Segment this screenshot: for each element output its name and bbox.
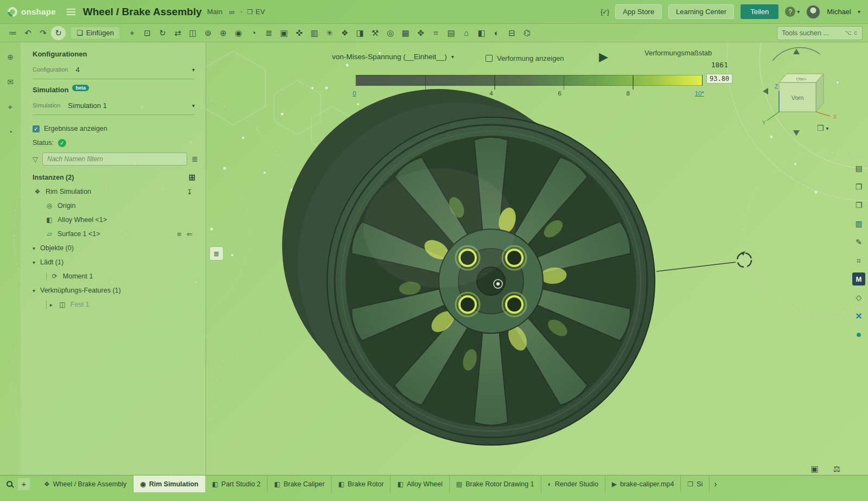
share-button[interactable]: Teilen — [741, 4, 778, 19]
tool-search-input[interactable]: Tools suchen ... ⌥ c — [777, 26, 863, 40]
chevron-right-icon[interactable]: ▸ — [50, 302, 58, 308]
show-deformation-checkbox[interactable]: Verformung anzeigen — [486, 54, 564, 62]
comments-icon[interactable]: ✉ — [3, 75, 18, 89]
stress-legend-bar[interactable] — [355, 75, 703, 86]
x-export-app-icon[interactable]: ✕ — [852, 309, 865, 322]
app-store-button[interactable]: App Store — [615, 4, 662, 19]
mates-panel-icon[interactable]: ⌖ — [3, 100, 18, 114]
measure-icon[interactable]: ⌬ — [520, 26, 534, 40]
view-cube[interactable]: Oben Vorn Z Y X — [762, 48, 837, 136]
model-tree-panel-icon[interactable]: ▤ — [852, 162, 865, 175]
onshape-logo-text[interactable]: onshape — [21, 7, 56, 16]
tab-part-studio-2[interactable]: ◧Part Studio 2 — [206, 475, 268, 492]
sheet-metal-table-icon[interactable]: ▣ — [807, 462, 822, 476]
view-options-button[interactable]: ❒ ▾ — [817, 124, 829, 132]
tree-item-rim-simulation[interactable]: ❖ Rim Simulation ↧ — [33, 185, 198, 199]
pin-slot-mate-icon[interactable]: ⊕ — [216, 26, 231, 40]
model-viewport[interactable]: Oben Vorn Z Y X — [206, 42, 868, 475]
versions-panel-icon[interactable]: ❒ — [852, 199, 865, 212]
planar-mate-icon[interactable]: ◫ — [186, 26, 200, 40]
chevron-down-icon[interactable]: ▾ — [33, 259, 40, 265]
export-panel-icon[interactable]: ❐ — [852, 180, 865, 193]
user-avatar[interactable] — [806, 5, 820, 19]
filter-icon[interactable]: ▽ — [33, 155, 38, 163]
tab-brake-caliper-video[interactable]: ▶brake-caliper.mp4 — [605, 475, 681, 492]
tree-item-fest-1[interactable]: │ ▸ ◫ Fest 1 — [33, 297, 198, 312]
tab-wheel-brake-assembly[interactable]: ❖Wheel / Brake Assembly — [37, 475, 133, 492]
redo-icon[interactable]: ↷ — [36, 26, 50, 40]
group-icon[interactable]: ▣ — [277, 26, 291, 40]
tab-render-studio[interactable]: ◐Render Studio — [541, 475, 605, 492]
checkbox-checked-icon[interactable]: ✓ — [33, 125, 40, 132]
structure-icon[interactable]: ▦ — [398, 26, 413, 40]
hierarchy-toggle-button[interactable]: ≣ — [209, 246, 224, 261]
viewcube-front-label[interactable]: Vorn — [792, 94, 804, 101]
simulation-selector[interactable]: Simulation Simulation 1 ▾ — [33, 97, 198, 113]
mate-icon[interactable]: ⌖ — [125, 26, 139, 40]
show-results-checkbox[interactable]: ✓ Ergebnisse anzeigen — [33, 122, 198, 136]
circular-pattern-icon[interactable]: ✳ — [322, 26, 337, 40]
tree-item-surface-1[interactable]: ▱ Surface 1 <1> ≡ ⇐ — [33, 227, 198, 241]
mate-arrow-icon[interactable]: ⇐ — [187, 230, 193, 238]
add-follower-icon[interactable]: ⊕ — [3, 50, 18, 64]
user-menu-chevron-icon[interactable]: ▾ — [858, 9, 860, 15]
tab-brake-rotor-drawing-1[interactable]: ▤Brake Rotor Drawing 1 — [450, 475, 541, 492]
render-app-icon[interactable]: ● — [852, 328, 865, 341]
constraints-icon[interactable]: ≡ — [177, 230, 182, 238]
update-icon[interactable]: ↻ — [51, 26, 66, 40]
mate-connector-callout[interactable] — [656, 251, 751, 271]
variables-panel-icon[interactable]: ✎ — [852, 236, 865, 249]
legend-tick-0[interactable]: 0 — [353, 90, 356, 97]
explode-icon[interactable]: ✥ — [413, 26, 428, 40]
named-positions-icon[interactable]: ⌂ — [459, 26, 474, 40]
section-view-icon[interactable]: ⊟ — [505, 26, 519, 40]
revolute-mate-icon[interactable]: ↻ — [155, 26, 170, 40]
chevron-down-icon[interactable]: ▾ — [33, 245, 40, 251]
wheel-model[interactable] — [282, 89, 655, 445]
scroll-tabs-right-icon[interactable]: › — [714, 479, 717, 489]
insert-button[interactable]: ❏ Einfügen — [71, 27, 119, 39]
fixed-icon[interactable]: ↧ — [187, 188, 193, 196]
mass-properties-icon[interactable]: ⚖ — [829, 462, 844, 476]
insert-instance-icon[interactable]: ⊞ — [186, 170, 198, 185]
play-animation-button[interactable]: ▶ — [599, 50, 608, 64]
filter-input[interactable] — [42, 153, 187, 166]
tree-item-moment-1[interactable]: │ ⟳ Moment 1 — [33, 269, 198, 283]
folder-name[interactable]: EV — [256, 8, 265, 16]
share-link-icon[interactable]: ∞ — [229, 8, 234, 16]
tab-alloy-wheel[interactable]: ◧Alloy Wheel — [391, 475, 449, 492]
slider-mate-icon[interactable]: ⇄ — [170, 26, 185, 40]
snapshot-icon[interactable]: ⌗ — [429, 26, 443, 40]
linear-pattern-icon[interactable]: ▥ — [307, 26, 322, 40]
tree-item-origin[interactable]: ◎ Origin — [33, 199, 198, 213]
bom-icon[interactable]: ▤ — [444, 26, 458, 40]
workspace-name[interactable]: Main — [207, 8, 222, 16]
frames-panel-icon[interactable]: ⌗ — [852, 254, 865, 267]
tab-rim-simulation[interactable]: ◉Rim Simulation — [133, 475, 205, 492]
viewcube-top-label[interactable]: Oben — [796, 77, 806, 81]
onshape-logo-icon[interactable] — [5, 5, 19, 18]
list-view-icon[interactable]: ≣ — [192, 155, 198, 163]
search-tabs-icon[interactable] — [7, 481, 12, 487]
configuration-selector[interactable]: Configuration 4 ▾ — [33, 61, 198, 78]
tree-item-alloy-wheel[interactable]: ◧ Alloy Wheel <1> — [33, 213, 198, 227]
hole-icon[interactable]: ◎ — [383, 26, 398, 40]
legend-tick-10*[interactable]: 10* — [695, 90, 704, 97]
help-icon[interactable]: ? — [785, 7, 795, 17]
main-menu-icon[interactable] — [67, 11, 75, 12]
parallel-mate-icon[interactable]: ≣ — [261, 26, 276, 40]
fastened-mate-icon[interactable]: ⊡ — [140, 26, 155, 40]
mathworks-app-icon[interactable]: M — [852, 272, 865, 286]
checkbox-unchecked-icon[interactable] — [486, 55, 493, 62]
assembly-feature-icon[interactable]: ⚒ — [368, 26, 382, 40]
tab-brake-caliper[interactable]: ◧Brake Caliper — [267, 475, 331, 492]
undo-icon[interactable]: ↶ — [21, 26, 35, 40]
add-tab-button[interactable]: + — [18, 478, 30, 490]
chevron-down-icon[interactable]: ▾ — [33, 288, 40, 294]
feature-list-icon[interactable]: ≔ — [5, 26, 20, 40]
ball-mate-icon[interactable]: ◉ — [231, 26, 246, 40]
replicate-icon[interactable]: ❖ — [337, 26, 352, 40]
tangent-mate-icon[interactable]: ◔ — [246, 26, 261, 40]
learning-center-button[interactable]: Learning Center — [668, 4, 734, 19]
tree-group-mate-features[interactable]: ▾ Verknüpfungs-Features (1) — [33, 283, 198, 297]
